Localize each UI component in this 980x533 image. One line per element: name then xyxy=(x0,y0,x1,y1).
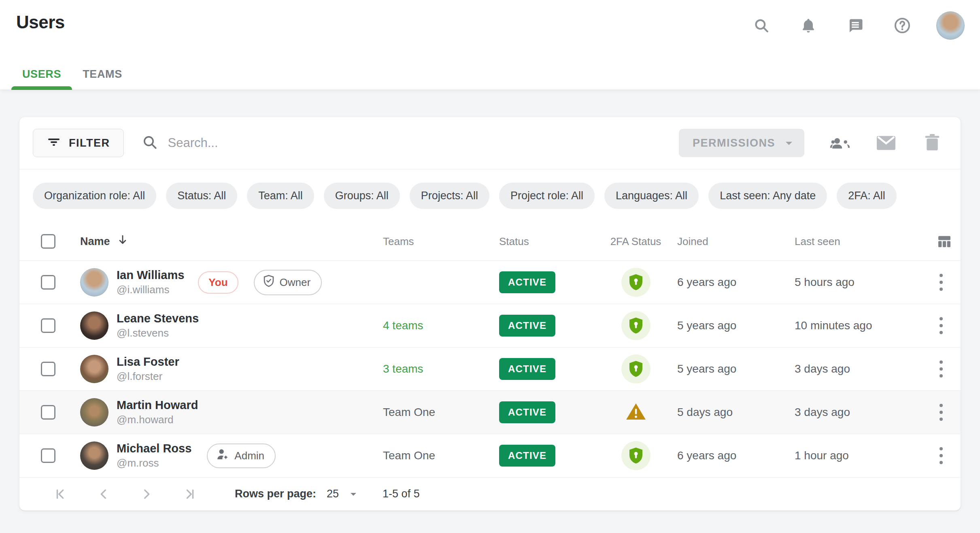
search-icon[interactable] xyxy=(748,13,774,38)
teams-cell: Team One xyxy=(383,449,435,462)
chat-icon[interactable] xyxy=(842,13,868,38)
avatar xyxy=(80,398,108,426)
person-gear-icon xyxy=(216,448,230,463)
2fa-warning-icon xyxy=(625,402,646,422)
user-handle: @l.forster xyxy=(117,370,179,383)
column-header-last-seen[interactable]: Last seen xyxy=(795,235,936,248)
2fa-enabled-shield-icon xyxy=(621,268,650,297)
last-seen-cell: 3 days ago xyxy=(795,406,936,419)
table-row[interactable]: Michael Ross @m.ross Admin Team One ACTI… xyxy=(19,434,961,478)
column-header-teams[interactable]: Teams xyxy=(383,235,499,248)
row-menu-kebab-icon[interactable] xyxy=(936,271,946,294)
column-header-joined[interactable]: Joined xyxy=(677,235,795,248)
last-seen-cell: 3 days ago xyxy=(795,362,936,375)
filter-button[interactable]: FILTER xyxy=(33,129,124,157)
help-icon[interactable] xyxy=(889,13,915,38)
chip-team[interactable]: Team: All xyxy=(247,183,314,209)
name-header-label: Name xyxy=(80,235,110,248)
row-checkbox[interactable] xyxy=(41,448,55,463)
select-caret-icon xyxy=(349,488,357,500)
notifications-bell-icon[interactable] xyxy=(795,13,821,38)
chip-groups[interactable]: Groups: All xyxy=(324,183,400,209)
first-page-icon[interactable] xyxy=(54,487,68,501)
select-all-checkbox[interactable] xyxy=(41,234,55,249)
row-checkbox[interactable] xyxy=(41,318,55,333)
table-row[interactable]: Martin Howard @m.howard Team One ACTIVE … xyxy=(19,391,961,434)
joined-cell: 6 years ago xyxy=(677,276,795,289)
tab-bar: USERS TEAMS xyxy=(11,59,133,90)
chip-status[interactable]: Status: All xyxy=(166,183,237,209)
chip-languages[interactable]: Languages: All xyxy=(604,183,699,209)
email-icon[interactable] xyxy=(873,130,899,156)
rows-per-page-select[interactable]: 25 xyxy=(327,488,357,500)
column-header-2fa[interactable]: 2FA Status xyxy=(594,235,677,248)
user-avatar[interactable] xyxy=(936,11,965,40)
row-checkbox[interactable] xyxy=(41,362,55,376)
previous-page-icon[interactable] xyxy=(97,487,111,501)
chip-last-seen[interactable]: Last seen: Any date xyxy=(708,183,827,209)
delete-trash-icon[interactable] xyxy=(919,130,945,156)
row-menu-kebab-icon[interactable] xyxy=(936,444,946,467)
row-menu-kebab-icon[interactable] xyxy=(936,314,946,337)
column-header-status[interactable]: Status xyxy=(499,235,594,248)
teams-link[interactable]: 3 teams xyxy=(383,362,423,375)
row-menu-kebab-icon[interactable] xyxy=(936,357,946,381)
avatar xyxy=(80,311,108,340)
table-row[interactable]: Leane Stevens @l.stevens 4 teams ACTIVE … xyxy=(19,304,961,348)
pagination-bar: Rows per page: 25 1-5 of 5 xyxy=(19,478,961,510)
status-badge: ACTIVE xyxy=(499,358,555,380)
2fa-enabled-shield-icon xyxy=(621,311,650,340)
column-header-name[interactable]: Name xyxy=(80,235,383,249)
user-name: Michael Ross xyxy=(117,442,191,455)
add-to-team-icon[interactable] xyxy=(827,130,853,156)
joined-cell: 6 years ago xyxy=(677,449,795,462)
chip-organization-role[interactable]: Organization role: All xyxy=(33,183,156,209)
table-toolbar: FILTER PERMISSIONS xyxy=(19,117,961,169)
app-header: Users USERS TEAMS xyxy=(0,0,980,90)
permissions-dropdown-button[interactable]: PERMISSIONS xyxy=(679,129,804,157)
joined-cell: 5 days ago xyxy=(677,406,795,419)
header-actions xyxy=(748,11,965,40)
search-field-icon xyxy=(142,134,158,152)
tab-users-label: USERS xyxy=(22,68,61,81)
last-page-icon[interactable] xyxy=(183,487,196,501)
row-checkbox[interactable] xyxy=(41,275,55,290)
user-name: Lisa Foster xyxy=(117,355,179,369)
permissions-button-label: PERMISSIONS xyxy=(693,137,775,149)
admin-badge: Admin xyxy=(207,443,276,468)
chip-2fa[interactable]: 2FA: All xyxy=(837,183,897,209)
row-checkbox[interactable] xyxy=(41,405,55,420)
filter-icon xyxy=(47,136,61,151)
users-card: FILTER PERMISSIONS xyxy=(19,117,961,511)
user-name: Leane Stevens xyxy=(117,312,199,325)
user-handle: @l.stevens xyxy=(117,327,199,339)
tab-teams-label: TEAMS xyxy=(83,68,122,81)
row-menu-kebab-icon[interactable] xyxy=(936,401,946,424)
user-name: Martin Howard xyxy=(117,399,198,412)
page-title: Users xyxy=(16,12,65,32)
avatar xyxy=(80,268,108,296)
chip-projects[interactable]: Projects: All xyxy=(410,183,489,209)
joined-cell: 5 years ago xyxy=(677,319,795,332)
search-input[interactable] xyxy=(168,136,678,150)
owner-badge-label: Owner xyxy=(280,276,311,289)
user-name: Ian Williams xyxy=(117,269,184,282)
teams-cell: Team One xyxy=(383,406,435,418)
avatar xyxy=(80,441,108,470)
joined-cell: 5 years ago xyxy=(677,362,795,375)
table-row[interactable]: Ian Williams @i.williams You Owner ACTIV… xyxy=(19,261,961,304)
chip-project-role[interactable]: Project role: All xyxy=(499,183,595,209)
teams-link[interactable]: 4 teams xyxy=(383,319,423,332)
tab-teams[interactable]: TEAMS xyxy=(72,59,133,90)
next-page-icon[interactable] xyxy=(140,487,153,501)
you-badge: You xyxy=(198,271,238,294)
owner-badge: Owner xyxy=(254,270,322,295)
tab-users[interactable]: USERS xyxy=(11,59,72,90)
pagination-range-label: 1-5 of 5 xyxy=(383,488,420,500)
column-settings-icon[interactable] xyxy=(936,233,961,249)
table-header-row: Name Teams Status 2FA Status Joined Last… xyxy=(19,222,961,261)
table-row[interactable]: Lisa Foster @l.forster 3 teams ACTIVE 5 … xyxy=(19,348,961,391)
rows-per-page-value: 25 xyxy=(327,488,339,500)
user-handle: @i.williams xyxy=(117,284,184,296)
avatar xyxy=(80,355,108,383)
